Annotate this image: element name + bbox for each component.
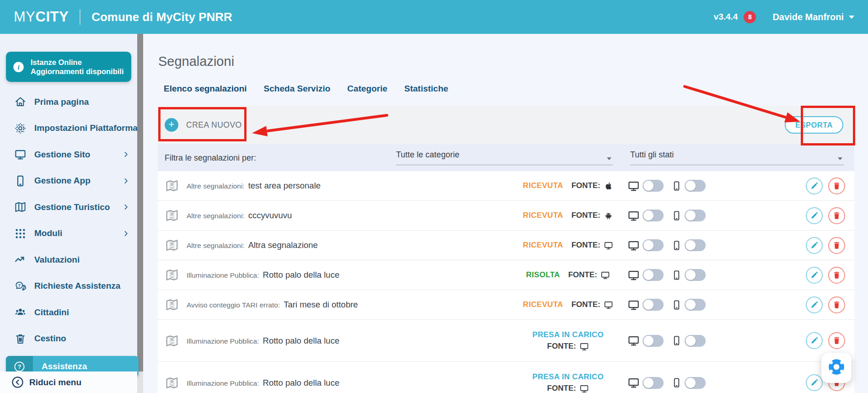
delete-button[interactable]	[828, 296, 845, 313]
web-visibility-toggle[interactable]	[643, 299, 664, 311]
home-icon	[14, 96, 27, 108]
toggle-knob	[643, 210, 654, 221]
sidebar-item-valutazioni[interactable]: Valutazioni	[0, 247, 137, 273]
status-badge: PRESA IN CARICO	[532, 330, 604, 339]
edit-button[interactable]	[806, 178, 823, 194]
sidebar-item-label: Prima pagina	[34, 97, 89, 107]
android-icon	[604, 211, 613, 221]
logo-part-my: MY	[14, 9, 36, 25]
monitor-icon	[627, 239, 640, 252]
web-visibility-toggle[interactable]	[643, 180, 664, 192]
web-visibility-toggle[interactable]	[643, 377, 664, 389]
row-actions	[806, 237, 845, 254]
fonte-label: FONTE:	[547, 384, 576, 393]
delete-button[interactable]	[828, 178, 845, 194]
svg-text:?: ?	[18, 364, 21, 370]
toggle-knob	[686, 240, 696, 250]
sidebar-item-impostazioni-piattaforma[interactable]: Impostazioni Piattaforma	[0, 115, 137, 142]
app-visibility-toggle[interactable]	[685, 239, 706, 251]
status-badge: RICEVUTA	[523, 241, 563, 250]
phone-icon	[14, 175, 27, 187]
app-visibility-toggle[interactable]	[685, 269, 706, 281]
delete-button[interactable]	[828, 332, 845, 349]
map-alert-icon	[165, 209, 179, 222]
row-title: Rotto palo della luce	[263, 336, 340, 346]
edit-button[interactable]	[806, 267, 823, 284]
delete-button[interactable]	[828, 207, 845, 224]
app-visibility-toggle[interactable]	[685, 180, 706, 192]
edit-button[interactable]	[806, 296, 823, 313]
phone-icon	[671, 269, 682, 281]
notification-badge[interactable]: 8	[744, 11, 756, 23]
fonte: FONTE:	[547, 384, 589, 393]
sidebar-item-gestione-app[interactable]: Gestione App	[0, 168, 137, 194]
edit-button[interactable]	[806, 332, 823, 349]
sidebar-item-gestione-sito[interactable]: Gestione Sito	[0, 141, 137, 168]
info-icon: i	[12, 61, 25, 73]
app-visibility-toggle[interactable]	[685, 335, 706, 347]
sidebar-item-cestino[interactable]: Cestino	[0, 326, 137, 352]
row-label: Altre segnalazioni:Altra segnalazione	[187, 240, 509, 250]
esporta-button[interactable]: ESPORTA	[785, 116, 843, 134]
web-visibility-toggle[interactable]	[643, 239, 664, 251]
tab-bar: Elenco segnalazioniScheda ServizioCatego…	[164, 84, 854, 94]
status-badge: RICEVUTA	[523, 181, 563, 190]
tab-categorie[interactable]: Categorie	[347, 84, 387, 94]
tab-statistiche[interactable]: Statistiche	[404, 84, 448, 94]
row-status-cell: RICEVUTAFONTE:	[509, 241, 627, 250]
map-alert-icon	[165, 238, 179, 252]
row-category: Avviso conteggio TARI errato:	[187, 301, 280, 309]
toggle-knob	[643, 378, 654, 388]
tab-elenco-segnalazioni[interactable]: Elenco segnalazioni	[164, 84, 247, 94]
status-filter-select[interactable]: Tutti gli stati	[630, 150, 844, 165]
tab-scheda-servizio[interactable]: Scheda Servizio	[264, 84, 331, 94]
web-visibility-toggle[interactable]	[643, 269, 664, 281]
row-category: Illuminazione Pubblica:	[187, 271, 259, 280]
sidebar-nav: Prima paginaImpostazioni PiattaformaGest…	[0, 89, 137, 352]
visibility-toggles	[627, 180, 806, 192]
monitor-icon	[579, 384, 589, 393]
collapse-label: Riduci menu	[29, 377, 81, 388]
scrollbar-thumb[interactable]	[137, 34, 143, 371]
monitor-icon	[627, 299, 640, 311]
sidebar-item-prima-pagina[interactable]: Prima pagina	[0, 89, 137, 115]
row-title: cccyvuvuvu	[248, 210, 292, 221]
istanze-online-notice[interactable]: i Istanze Online Aggiornamenti disponibi…	[6, 52, 131, 82]
status-filter-value: Tutti gli stati	[630, 150, 674, 159]
sidebar-item-cittadini[interactable]: Cittadini	[0, 299, 137, 326]
app-visibility-toggle[interactable]	[685, 377, 706, 389]
collapse-menu-button[interactable]: Riduci menu	[0, 371, 137, 393]
user-menu[interactable]: Davide Manfroni	[772, 12, 854, 22]
app-visibility-toggle[interactable]	[685, 210, 706, 221]
help-fab-button[interactable]	[821, 353, 852, 383]
app-visibility-toggle[interactable]	[685, 299, 706, 311]
toggle-knob	[686, 300, 696, 310]
delete-button[interactable]	[828, 267, 845, 284]
sidebar-item-label: Moduli	[34, 228, 62, 238]
row-status-cell: PRESA IN CARICOFONTE:	[509, 330, 627, 351]
web-visibility-toggle[interactable]	[643, 210, 664, 221]
toggle-knob	[686, 378, 696, 388]
mycity-logo: MYCITY	[14, 9, 69, 25]
sidebar-scrollbar	[137, 34, 143, 393]
filter-label: Filtra le segnalazioni per:	[165, 153, 256, 162]
web-visibility-toggle[interactable]	[643, 335, 664, 347]
row-status-cell: RICEVUTAFONTE:	[509, 181, 627, 191]
edit-button[interactable]	[806, 374, 823, 391]
row-category: Altre segnalazioni:	[187, 182, 245, 190]
people-icon	[14, 306, 27, 318]
edit-button[interactable]	[806, 207, 823, 224]
row-label: Illuminazione Pubblica:Rotto palo della …	[187, 336, 509, 346]
crea-nuovo-button[interactable]: + CREA NUOVO	[165, 118, 242, 132]
edit-button[interactable]	[806, 237, 823, 254]
sidebar-item-moduli[interactable]: Moduli	[0, 221, 137, 247]
delete-button[interactable]	[828, 237, 845, 254]
category-filter-select[interactable]: Tutte le categorie	[396, 150, 613, 165]
segnalazione-row: Altre segnalazioni:test area personaleRI…	[158, 171, 854, 201]
phone-icon	[671, 240, 682, 251]
monitor-icon	[627, 180, 640, 192]
sidebar-item-richieste-assistenza[interactable]: ?Richieste Assistenza	[0, 273, 137, 300]
segnalazione-row: Altre segnalazioni:Altra segnalazioneRIC…	[158, 231, 854, 260]
segnalazione-row: Illuminazione Pubblica:Rotto palo della …	[158, 320, 854, 362]
sidebar-item-gestione-turistico[interactable]: Gestione Turistico	[0, 194, 137, 221]
